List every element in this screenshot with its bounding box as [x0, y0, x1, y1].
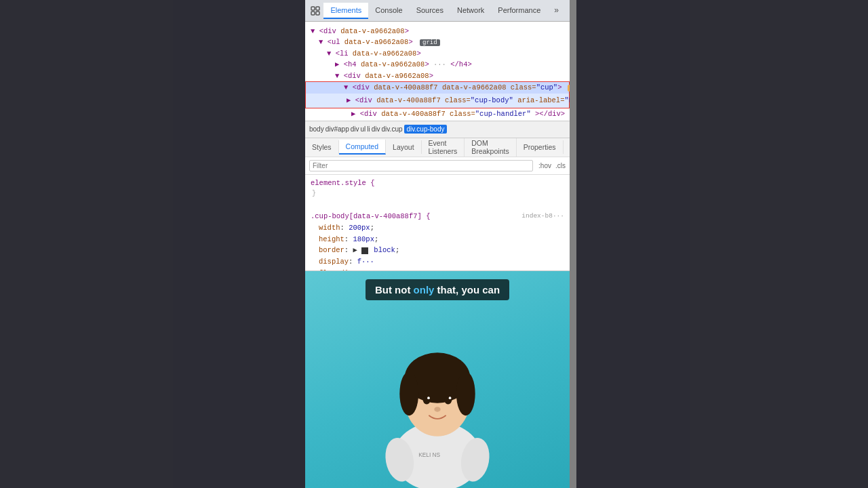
tab-computed[interactable]: Computed [339, 140, 386, 155]
side-panel-left [0, 0, 305, 488]
breadcrumb: body div#app div ul li div div.cup div.c… [305, 121, 570, 138]
dom-line-4: ▶ <h4 data-v-a9662a08> ··· </h4> [311, 59, 564, 70]
filter-row: :hov .cls [305, 157, 570, 175]
svg-point-11 [444, 396, 452, 405]
tab-performance[interactable]: Performance [491, 3, 547, 19]
svg-rect-2 [311, 12, 315, 15]
svg-point-13 [449, 396, 452, 399]
main-panel: Elements Console Sources Network Perform… [305, 0, 570, 488]
tab-dom-breakpoints[interactable]: DOM Breakpoints [465, 138, 516, 157]
flex-badge: flex [568, 85, 570, 92]
tab-layout[interactable]: Layout [386, 140, 422, 154]
svg-point-8 [399, 371, 418, 415]
svg-rect-3 [316, 12, 319, 15]
subtitle-text: But not only that, you can [366, 279, 509, 300]
dom-line-7-highlighted: ▶ <div data-v-400a88f7 class="cup-body" … [306, 94, 569, 108]
css-element-style: element.style { [311, 178, 564, 189]
devtools-inspect-icon[interactable] [309, 3, 321, 18]
svg-rect-0 [311, 7, 315, 10]
person-svg: KELI NS [370, 312, 505, 488]
tab-styles[interactable]: Styles [305, 140, 339, 154]
subtitle-bar: But not only that, you can [305, 279, 570, 300]
devtools-panel: Elements Console Sources Network Perform… [305, 0, 570, 271]
dom-line-5: ▼ <div data-v-a9662a08> [311, 70, 564, 81]
breadcrumb-divcupbody[interactable]: div.cup-body [404, 125, 448, 134]
css-source: index-b8··· [521, 211, 564, 221]
css-area: element.style { } .cup-body[data-v-400a8… [305, 175, 570, 271]
devtools-top-bar: Elements Console Sources Network Perform… [305, 0, 570, 22]
dom-line-3: ▼ <li data-v-a9662a08> [311, 48, 564, 59]
svg-rect-1 [316, 7, 319, 10]
subtitle-highlight: only [414, 284, 435, 296]
svg-point-10 [423, 396, 431, 405]
dom-tree: ▼ <div data-v-a9662a08> ▼ <ul data-v-a96… [305, 22, 570, 121]
tab-network[interactable]: Network [450, 3, 491, 19]
dom-line-8: ▶ <div data-v-400a88f7 class="cup-handle… [311, 108, 564, 119]
color-swatch [361, 247, 368, 254]
breadcrumb-app[interactable]: div#app [326, 125, 349, 133]
breadcrumb-divcup[interactable]: div.cup [382, 125, 403, 133]
dom-line-6-highlighted[interactable]: ▼ <div data-v-400a88f7 data-v-a9662a08 c… [305, 81, 570, 108]
svg-text:KELI NS: KELI NS [418, 451, 440, 458]
grid-badge: grid [420, 39, 440, 46]
breadcrumb-div2[interactable]: div [372, 125, 380, 133]
dom-line-1: ▼ <div data-v-a9662a08> [311, 26, 564, 37]
breadcrumb-body[interactable]: body [309, 125, 324, 133]
side-panel-right [576, 0, 868, 488]
breadcrumb-li[interactable]: li [367, 125, 370, 133]
dom-line-6: ▼ <div data-v-400a88f7 data-v-a9662a08 c… [311, 82, 564, 94]
tab-properties[interactable]: Properties [517, 140, 564, 154]
tab-elements[interactable]: Elements [323, 3, 368, 19]
breadcrumb-div[interactable]: div [351, 125, 359, 133]
tab-console[interactable]: Console [368, 3, 409, 19]
tab-event-listeners[interactable]: Event Listeners [422, 138, 465, 157]
css-block-1: .cup-body[data-v-400a88f7] { index-b8···… [311, 211, 564, 270]
breadcrumb-ul[interactable]: ul [361, 125, 366, 133]
svg-point-14 [434, 407, 440, 411]
video-section: But not only that, you can [305, 271, 570, 488]
person-placeholder: KELI NS [349, 298, 526, 488]
svg-point-12 [427, 396, 430, 399]
filter-input[interactable] [309, 160, 533, 171]
filter-hov[interactable]: :hov [538, 162, 551, 169]
filter-cls[interactable]: .cls [555, 162, 566, 169]
svg-point-9 [456, 371, 475, 415]
outer-background: Elements Console Sources Network Perform… [0, 0, 868, 488]
tab-more[interactable]: » [547, 2, 566, 20]
tab-acc[interactable]: Acc [564, 140, 570, 154]
style-tabs: Styles Computed Layout Event Listeners D… [305, 138, 570, 157]
tab-sources[interactable]: Sources [410, 3, 450, 19]
dom-line-2: ▼ <ul data-v-a9662a08> grid [311, 37, 564, 48]
